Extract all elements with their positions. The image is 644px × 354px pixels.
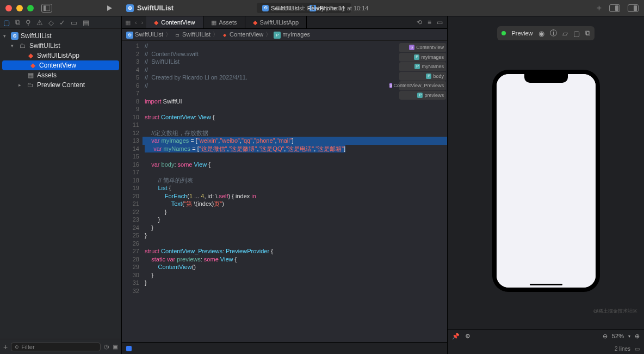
swift-icon: ◆ [26,52,35,59]
pv-device-icon[interactable]: ▱ [562,29,568,38]
recent-icon[interactable]: ◷ [104,343,109,350]
symbol-kind-icon: S [389,83,392,88]
breadcrumb[interactable]: ⚙ SwiftUIList〉🗀 SwiftUIList〉◆ ContentVie… [122,29,447,41]
nav-back-icon[interactable]: ‹ [135,19,137,26]
main-layout: ▢ ⧉ ⚲ ⚠ ◇ ✓ ▭ ▤ ▾⚙SwiftUIList▾🗀SwiftUILi… [0,16,644,354]
filter-field[interactable]: ⊙ Filter [11,343,101,351]
code-line[interactable]: List { [143,184,447,192]
pv-inspect-icon[interactable]: ⓘ [550,28,557,38]
zoom-in-icon[interactable]: ⊕ [635,333,640,340]
tree-item-contentview[interactable]: ◆ContentView [2,60,119,70]
nav-fwd-icon[interactable]: › [141,19,144,26]
code-line[interactable]: } [143,216,447,224]
minimap[interactable]: SContentViewPmyImagesPmyNamesPbodySConte… [398,41,447,102]
pv-on-device-icon[interactable]: ▢ [573,29,580,38]
code-line[interactable] [143,240,447,248]
code-line[interactable] [143,152,447,161]
code-line[interactable]: } [143,231,447,240]
code-line[interactable]: ContentView() [143,263,447,271]
home-indicator [530,284,562,285]
code-line[interactable]: } [143,279,447,287]
right-panel-toggle[interactable] [628,4,639,12]
minimap-badge[interactable]: PmyNames [399,62,446,71]
code-line[interactable]: var myImages = ["weixin","weibo","qq","p… [143,137,447,145]
zoom-window[interactable] [27,5,34,11]
minimize-window[interactable] [16,5,23,11]
filter-placeholder: Filter [21,344,34,350]
editor-options-icon[interactable]: ⟲ [417,19,422,26]
code-line[interactable]: var body: some View { [143,161,447,169]
zoom-out-icon[interactable]: ⊖ [603,333,608,340]
tree-item-swiftuilistapp[interactable]: ◆SwiftUIListApp [0,51,121,60]
code-line[interactable]: struct ContentView: View { [143,113,447,121]
symbol-label: ContentView_Previews [394,82,444,90]
scm-icon[interactable]: ▣ [113,343,118,350]
tab-swiftuilistapp[interactable]: ◆SwiftUIListApp [245,16,307,28]
code-line[interactable]: } [143,224,447,232]
debug-indicator[interactable] [126,346,132,351]
breadcrumb-sep: 〉 [165,30,171,39]
library-button[interactable] [609,4,620,12]
canvas-area[interactable]: Preview ◉ ⓘ ▱ ▢ ⧉ 第 1页第 2页第 3页第 4页 @稀土掘金… [448,16,644,329]
minimap-badge[interactable]: Ppreviews [399,91,446,100]
code-line[interactable] [143,287,447,295]
pv-refresh-icon[interactable]: ◉ [538,29,544,38]
live-indicator [501,31,506,35]
pin-icon[interactable]: 📌 [452,333,460,340]
code-line[interactable] [143,121,447,129]
settings-icon[interactable]: ⚙ [465,333,470,340]
nav-project-icon[interactable]: ▢ [3,19,10,27]
minimap-badge[interactable]: Pbody [399,72,446,81]
tree-item-swiftuilist[interactable]: ▾🗀SwiftUIList [0,41,121,51]
code-line[interactable]: struct ContentView_Previews: PreviewProv… [143,247,447,255]
nav-debug-icon[interactable]: ▭ [71,19,77,27]
code-editor[interactable]: 1234567891011121314151617181920212223242… [122,41,447,342]
footer-panel-icon[interactable]: ▭ [635,346,640,352]
add-file-button[interactable]: + [3,343,8,351]
zoom-chevron-icon[interactable]: ▾ [628,334,630,339]
code-line[interactable]: Text("第 \(index)页") [143,200,447,208]
code-line[interactable]: } [143,271,447,279]
nav-test-icon[interactable]: ✓ [59,19,65,27]
editor-split-icon[interactable]: ▭ [437,19,443,26]
breadcrumb-sep: 〉 [265,30,271,39]
tab-label: ContentView [161,19,195,26]
tree-item-assets[interactable]: ▦Assets [0,70,121,80]
code-line[interactable]: // 简单的列表 [143,176,447,185]
breadcrumb-item[interactable]: P myImages [274,31,310,39]
assets-icon: ▦ [26,71,35,79]
run-button[interactable] [106,4,113,12]
code-line[interactable]: //定义数组，存放数据 [143,129,447,137]
nav-related-icon[interactable]: ▦ [125,19,131,26]
minimap-badge[interactable]: SContentView_Previews [399,81,446,90]
pv-duplicate-icon[interactable]: ⧉ [585,29,590,38]
nav-symbol-icon[interactable]: ⚲ [26,19,31,27]
tree-item-swiftuilist[interactable]: ▾⚙SwiftUIList [0,31,121,41]
nav-break-icon[interactable]: ▤ [83,19,89,27]
preview-toolbar: Preview ◉ ⓘ ▱ ▢ ⧉ [497,26,594,40]
left-panel-toggle[interactable] [41,4,52,13]
minimap-badge[interactable]: SContentView [399,43,446,52]
breadcrumb-item[interactable]: ⚙ SwiftUIList [126,31,163,39]
add-button[interactable]: + [597,3,602,13]
code-line[interactable]: static var previews: some View { [143,255,447,264]
zoom-level[interactable]: 52% [612,333,624,339]
nav-issue-icon[interactable]: ◇ [48,19,54,27]
close-window[interactable] [5,5,12,11]
breadcrumb-item[interactable]: 🗀 SwiftUIList [174,31,210,39]
tree-item-preview-content[interactable]: ▸🗀Preview Content [0,80,121,90]
code-line[interactable]: } [143,208,447,216]
breadcrumb-item[interactable]: ◆ ContentView [221,31,263,39]
nav-find-icon[interactable]: ⚠ [36,19,43,27]
code-line[interactable]: ForEach(1 ... 4, id: \.self) { index in [143,192,447,200]
project-icon: ⚙ [126,4,134,12]
minimap-badge[interactable]: PmyImages [399,53,446,62]
code-line[interactable] [143,168,447,176]
editor-adjust-icon[interactable]: ≡ [428,19,431,26]
code-line[interactable] [143,105,447,113]
nav-source-icon[interactable]: ⧉ [15,18,20,27]
tab-assets[interactable]: ▦Assets [203,16,245,28]
preview-canvas: Preview ◉ ⓘ ▱ ▢ ⧉ 第 1页第 2页第 3页第 4页 @稀土掘金… [447,16,644,354]
code-line[interactable]: var myNames = ["这是微信","这是微博","这是QQ","这是电… [143,145,447,153]
tab-contentview[interactable]: ◆ContentView [146,16,203,28]
